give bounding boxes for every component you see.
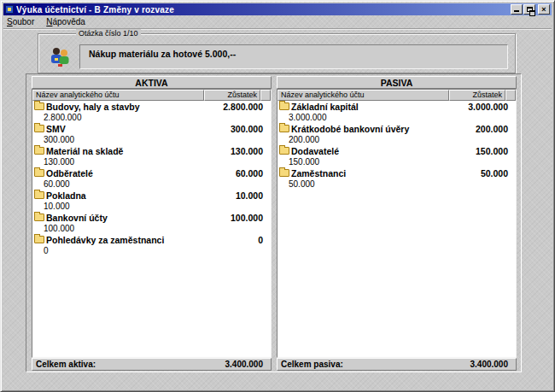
menu-item-soubor[interactable]: Soubor [7, 17, 34, 26]
account-name: Pohledávky za zaměstnanci [46, 235, 258, 245]
column-header-balance[interactable]: Zůstatek [449, 90, 505, 101]
account-balance: 50.000 [481, 168, 516, 178]
folder-icon [34, 191, 44, 199]
folder-icon [34, 102, 44, 110]
list-item[interactable]: Odběratelé60.00060.000 [32, 167, 271, 190]
pasiva-rows: Základní kapitál3.000.0003.000.000Krátko… [278, 101, 516, 357]
pasiva-column-header: Název analytického účtu Zůstatek [278, 90, 516, 101]
account-sub-balance: 10.000 [44, 202, 70, 211]
list-item[interactable]: SMV300.000300.000 [32, 123, 271, 145]
list-item[interactable]: Krátkodobé bankovní úvěry200.000200.000 [278, 123, 516, 145]
account-balance: 150.000 [476, 146, 516, 156]
window-title: Výuka účetnictví - B Změny v rozvaze [16, 5, 511, 15]
account-balance: 300.000 [231, 124, 271, 134]
account-sub-balance: 150.000 [289, 157, 319, 167]
account-name: Budovy, haly a stavby [46, 102, 223, 112]
account-sub-balance: 0 [44, 246, 49, 255]
account-name: Zaměstnanci [291, 168, 481, 178]
aktiva-panel: AKTIVA Název analytického účtu Zůstatek … [32, 76, 272, 371]
close-button[interactable]: × [538, 4, 550, 15]
aktiva-column-header: Název analytického účtu Zůstatek [32, 90, 271, 101]
people-icon [50, 46, 72, 67]
folder-icon [34, 125, 44, 132]
aktiva-title: AKTIVA [32, 76, 272, 89]
account-name: Bankovní účty [46, 213, 231, 223]
account-balance: 0 [258, 235, 271, 245]
question-groupbox: Otázka číslo 1/10 Nákup materiálu za hot… [38, 33, 516, 73]
restore-icon [527, 7, 533, 12]
app-icon [5, 5, 14, 14]
account-sub-balance: 3.000.000 [289, 113, 327, 122]
account-sub-balance: 300.000 [44, 135, 74, 144]
pasiva-title: PASIVA [277, 76, 517, 89]
list-item[interactable]: Bankovní účty100.000100.000 [32, 212, 271, 234]
list-item[interactable]: Základní kapitál3.000.0003.000.000 [278, 101, 516, 123]
account-sub-balance: 2.800.000 [44, 113, 82, 122]
column-header-name[interactable]: Název analytického účtu [278, 90, 449, 101]
close-icon: × [541, 5, 546, 14]
aktiva-total-label: Celkem aktiva: [36, 360, 225, 369]
pasiva-total-label: Celkem pasiva: [281, 360, 470, 369]
list-item[interactable]: Zaměstnanci50.00050.000 [278, 167, 516, 190]
account-name: Dodavatelé [291, 146, 476, 156]
account-sub-balance: 50.000 [289, 179, 315, 189]
folder-icon [34, 169, 44, 177]
list-item[interactable]: Pohledávky za zaměstnanci00 [32, 234, 271, 256]
question-number-label: Otázka číslo 1/10 [76, 29, 141, 38]
pasiva-total-value: 3.400.000 [470, 360, 509, 369]
aktiva-rows: Budovy, haly a stavby2.800.0002.800.000S… [32, 101, 271, 357]
folder-icon [279, 147, 289, 155]
account-sub-balance: 130.000 [44, 157, 74, 167]
account-balance: 3.000.000 [468, 102, 516, 112]
account-balance: 60.000 [236, 168, 271, 178]
account-sub-balance: 200.000 [289, 135, 319, 144]
minimize-button[interactable] [511, 4, 523, 15]
question-text: Nákup materiálu za hotové 5.000,-- [89, 49, 236, 59]
column-header-stub [260, 90, 271, 101]
account-sub-balance: 100.000 [44, 224, 74, 233]
list-item[interactable]: Materiál na skladě130.000130.000 [32, 145, 271, 167]
account-balance: 100.000 [231, 213, 271, 223]
account-name: SMV [46, 124, 231, 134]
title-bar[interactable]: Výuka účetnictví - B Změny v rozvaze × [3, 3, 552, 15]
account-name: Krátkodobé bankovní úvěry [291, 124, 476, 134]
folder-icon [34, 236, 44, 243]
account-sub-balance: 60.000 [44, 179, 70, 189]
pasiva-total-bar: Celkem pasiva: 3.400.000 [277, 358, 517, 371]
list-item[interactable]: Budovy, haly a stavby2.800.0002.800.000 [32, 101, 271, 123]
list-item[interactable]: Dodavatelé150.000150.000 [278, 145, 516, 167]
account-balance: 130.000 [231, 146, 271, 156]
pasiva-list: Název analytického účtu Zůstatek Základn… [277, 89, 517, 358]
list-item[interactable]: Pokladna10.00010.000 [32, 190, 271, 212]
folder-icon [279, 102, 289, 110]
menu-bar: Soubor Nápověda [4, 16, 551, 27]
app-window: Výuka účetnictví - B Změny v rozvaze × S… [0, 0, 555, 392]
aktiva-total-value: 3.400.000 [225, 360, 264, 369]
pasiva-panel: PASIVA Název analytického účtu Zůstatek … [277, 76, 517, 371]
account-name: Odběratelé [46, 168, 236, 178]
menu-item-napoveda[interactable]: Nápověda [46, 17, 85, 26]
maximize-button[interactable] [523, 4, 535, 15]
column-header-balance[interactable]: Zůstatek [204, 90, 260, 101]
account-name: Základní kapitál [291, 102, 468, 112]
aktiva-total-bar: Celkem aktiva: 3.400.000 [32, 358, 272, 371]
folder-icon [34, 214, 44, 221]
question-text-box: Nákup materiálu za hotové 5.000,-- [79, 44, 508, 69]
column-header-name[interactable]: Název analytického účtu [32, 90, 204, 101]
folder-icon [279, 169, 289, 177]
folder-icon [34, 147, 44, 155]
aktiva-list: Název analytického účtu Zůstatek Budovy,… [32, 89, 272, 358]
account-balance: 10.000 [236, 190, 271, 201]
account-balance: 200.000 [476, 124, 516, 134]
account-name: Materiál na skladě [46, 146, 231, 156]
account-name: Pokladna [46, 190, 236, 201]
column-header-stub [505, 90, 516, 101]
balance-sheet-container: AKTIVA Název analytického účtu Zůstatek … [26, 73, 522, 372]
minimize-icon [514, 10, 519, 12]
account-balance: 2.800.000 [223, 102, 271, 112]
folder-icon [279, 125, 289, 132]
